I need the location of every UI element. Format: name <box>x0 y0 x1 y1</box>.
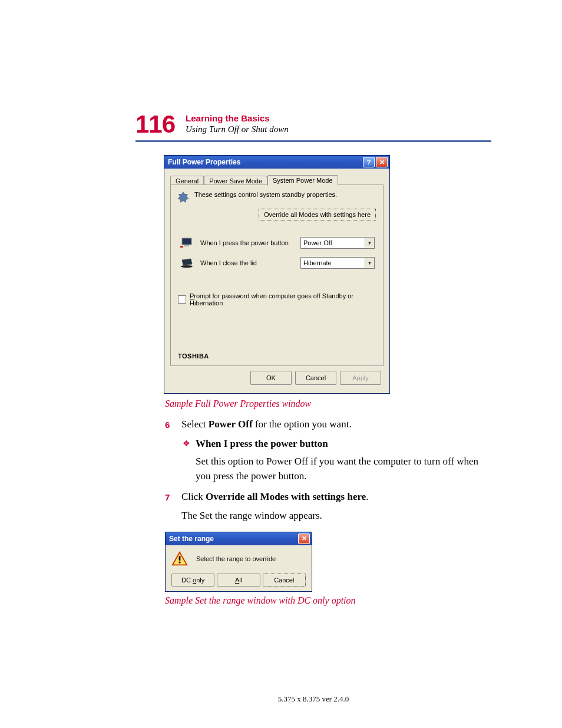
dc-only-button[interactable]: DC only <box>171 574 214 587</box>
close-lid-select[interactable]: Hibernate ▼ <box>300 257 375 269</box>
close-lid-label: When I close the lid <box>200 259 300 266</box>
page-header: 116 Learning the Basics Using Turn Off o… <box>135 112 491 137</box>
figure-full-power-properties: Full Power Properties ? ✕ General Power … <box>164 155 491 394</box>
monitor-icon <box>180 237 194 249</box>
chapter-title: Learning the Basics <box>186 113 289 124</box>
ok-button[interactable]: OK <box>250 371 292 385</box>
close-button-icon[interactable]: ✕ <box>376 157 388 167</box>
brand-label: TOSHIBA <box>178 353 209 360</box>
prompt-password-row[interactable]: Prompt for password when computer goes o… <box>178 292 377 307</box>
step-text: Click Override all Modes with settings h… <box>181 490 368 505</box>
step-7-result: The Set the range window appears. <box>181 509 491 523</box>
tab-system-power-mode[interactable]: System Power Mode <box>267 175 338 186</box>
prompt-password-label: Prompt for password when computer goes o… <box>190 292 377 307</box>
set-the-range-window: Set the range ✕ Select the range to over… <box>165 532 312 592</box>
page-footer: 5.375 x 8.375 ver 2.4.0 <box>135 694 491 704</box>
prompt-password-checkbox[interactable] <box>178 295 186 304</box>
power-button-value: Power Off <box>303 239 332 246</box>
svg-rect-3 <box>180 246 183 248</box>
step-number: 7 <box>165 490 181 505</box>
full-power-properties-window: Full Power Properties ? ✕ General Power … <box>164 155 390 394</box>
close-button-icon[interactable]: ✕ <box>298 533 310 544</box>
tab-strip: General Power Save Mode System Power Mod… <box>170 173 384 185</box>
window-title: Full Power Properties <box>168 158 362 166</box>
cancel-button[interactable]: Cancel <box>263 574 306 587</box>
window-titlebar[interactable]: Set the range ✕ <box>166 532 312 545</box>
step-6: 6 Select Power Off for the option you wa… <box>165 417 491 432</box>
dialog-message: Select the range to override <box>196 555 276 562</box>
bullet-label: When I press the power button <box>196 437 328 452</box>
warning-icon <box>171 551 188 566</box>
step-text: Select Power Off for the option you want… <box>181 417 352 432</box>
window-titlebar[interactable]: Full Power Properties ? ✕ <box>164 156 389 169</box>
row-close-lid: When I close the lid Hibernate ▼ <box>180 257 377 269</box>
cancel-button[interactable]: Cancel <box>295 371 336 385</box>
svg-rect-1 <box>182 238 191 245</box>
step-7: 7 Click Override all Modes with settings… <box>165 490 491 505</box>
laptop-lid-icon <box>180 257 194 269</box>
row-power-button: When I press the power button Power Off … <box>180 237 377 249</box>
svg-rect-7 <box>179 562 181 564</box>
page-number: 116 <box>135 112 175 137</box>
svg-point-4 <box>181 265 193 268</box>
dropdown-arrow-icon: ▼ <box>365 238 374 248</box>
window-title: Set the range <box>169 535 297 543</box>
all-button[interactable]: All <box>217 574 260 587</box>
svg-rect-6 <box>179 556 181 560</box>
tab-panel: These settings control system standby pr… <box>170 185 384 366</box>
bullet-description: Set this option to Power Off if you want… <box>196 454 491 483</box>
panel-description: These settings control system standby pr… <box>194 191 337 198</box>
svg-rect-2 <box>184 245 189 246</box>
dropdown-arrow-icon: ▼ <box>365 258 374 268</box>
settings-gear-icon <box>177 191 190 204</box>
figure-caption-2: Sample Set the range window with DC only… <box>165 595 491 606</box>
svg-marker-0 <box>178 192 189 202</box>
step-number: 6 <box>165 417 181 432</box>
section-title: Using Turn Off or Shut down <box>186 124 289 136</box>
header-rule <box>135 140 491 142</box>
help-button-icon[interactable]: ? <box>363 157 375 167</box>
diamond-bullet-icon: ❖ <box>183 437 196 452</box>
power-button-label: When I press the power button <box>200 239 300 246</box>
power-button-select[interactable]: Power Off ▼ <box>300 237 375 249</box>
override-all-modes-button[interactable]: Override all Modes with settings here <box>259 209 376 220</box>
apply-button: Apply <box>340 371 381 385</box>
close-lid-value: Hibernate <box>303 259 332 266</box>
figure-caption-1: Sample Full Power Properties window <box>165 398 491 409</box>
bullet-power-button: ❖ When I press the power button <box>183 437 491 452</box>
